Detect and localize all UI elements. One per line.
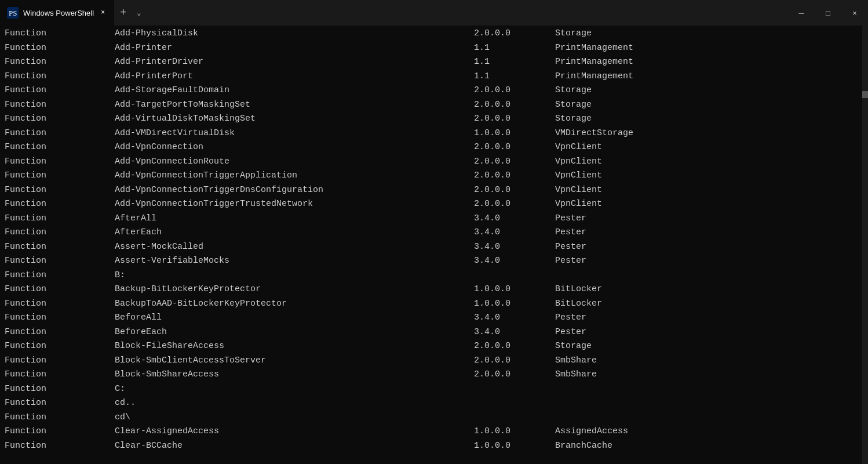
cell-type: Function	[5, 425, 115, 439]
active-tab[interactable]: PS Windows PowerShell ×	[0, 0, 114, 26]
table-row: FunctionAdd-Printer1.1PrintManagement	[5, 41, 863, 56]
cell-type: Function	[5, 325, 115, 340]
cell-type: Function	[5, 212, 115, 226]
table-row: FunctionAdd-PrinterPort1.1PrintManagemen…	[5, 70, 863, 84]
cell-version: 2.0.0.0	[474, 155, 555, 169]
cell-type: Function	[5, 98, 115, 113]
cell-type: Function	[5, 226, 115, 240]
table-row: FunctionBackupToAAD-BitLockerKeyProtecto…	[5, 297, 863, 311]
table-row: FunctionBeforeAll3.4.0Pester	[5, 311, 863, 325]
cell-module: PrintManagement	[555, 41, 633, 56]
table-row: FunctionAssert-MockCalled3.4.0Pester	[5, 240, 863, 255]
cell-module: BitLocker	[555, 297, 602, 311]
cell-module: Pester	[555, 212, 586, 226]
cell-name: cd\	[115, 411, 474, 425]
tab-dropdown-button[interactable]: ⌄	[132, 0, 145, 26]
scrollbar[interactable]	[862, 26, 868, 464]
table-row: FunctionBlock-SmbShareAccess2.0.0.0SmbSh…	[5, 368, 863, 382]
cell-name: Add-VpnConnectionTriggerDnsConfiguration	[115, 183, 474, 198]
cell-type: Function	[5, 368, 115, 382]
table-row: FunctionAfterEach3.4.0Pester	[5, 226, 863, 240]
cell-type: Function	[5, 84, 115, 98]
cell-name: Add-StorageFaultDomain	[115, 84, 474, 98]
cell-name: Add-PrinterDriver	[115, 55, 474, 70]
cell-module: PrintManagement	[555, 55, 633, 70]
cell-name: BeforeEach	[115, 325, 474, 340]
table-row: FunctionBlock-SmbClientAccessToServer2.0…	[5, 354, 863, 368]
cell-version: 3.4.0	[474, 311, 555, 325]
svg-text:PS: PS	[9, 9, 17, 17]
cell-version	[474, 382, 555, 397]
cell-version: 3.4.0	[474, 254, 555, 269]
cell-version	[474, 396, 555, 411]
maximize-button[interactable]: □	[815, 0, 841, 26]
cell-type: Function	[5, 169, 115, 183]
cell-version: 2.0.0.0	[474, 27, 555, 41]
cell-name: C:	[115, 382, 474, 397]
cell-version: 3.4.0	[474, 226, 555, 240]
table-row: FunctionAdd-VirtualDiskToMaskingSet2.0.0…	[5, 112, 863, 126]
table-row: FunctionAdd-VMDirectVirtualDisk1.0.0.0VM…	[5, 126, 863, 141]
cell-name: Add-VirtualDiskToMaskingSet	[115, 112, 474, 126]
cell-module: Storage	[555, 339, 592, 354]
minimize-button[interactable]: ─	[788, 0, 815, 26]
table-row: FunctionAdd-VpnConnectionTriggerApplicat…	[5, 169, 863, 183]
cell-name: B:	[115, 269, 474, 283]
cell-version: 2.0.0.0	[474, 140, 555, 155]
titlebar-controls: ─ □ ×	[788, 0, 868, 26]
table-row: FunctionC:	[5, 382, 863, 397]
cell-module: PrintManagement	[555, 70, 633, 84]
cell-version: 2.0.0.0	[474, 183, 555, 198]
cell-version: 2.0.0.0	[474, 169, 555, 183]
cell-name: Block-SmbClientAccessToServer	[115, 354, 474, 368]
cell-module: Storage	[555, 84, 592, 98]
cell-name: Block-FileShareAccess	[115, 339, 474, 354]
table-row: FunctionAdd-StorageFaultDomain2.0.0.0Sto…	[5, 84, 863, 98]
close-button[interactable]: ×	[841, 0, 868, 26]
cell-module: VMDirectStorage	[555, 126, 633, 141]
table-row: FunctionAfterAll3.4.0Pester	[5, 212, 863, 226]
cell-module: VpnClient	[555, 140, 602, 155]
cell-type: Function	[5, 254, 115, 269]
cell-name: Add-PhysicalDisk	[115, 27, 474, 41]
cell-type: Function	[5, 155, 115, 169]
table-row: FunctionAdd-PrinterDriver1.1PrintManagem…	[5, 55, 863, 70]
cell-version	[474, 269, 555, 283]
cell-type: Function	[5, 269, 115, 283]
cell-name: Backup-BitLockerKeyProtector	[115, 282, 474, 297]
cell-type: Function	[5, 140, 115, 155]
cell-type: Function	[5, 411, 115, 425]
cell-module: VpnClient	[555, 183, 602, 198]
cell-name: BeforeAll	[115, 311, 474, 325]
cell-version: 1.0.0.0	[474, 425, 555, 439]
cell-type: Function	[5, 439, 115, 454]
cell-module: BranchCache	[555, 439, 612, 454]
cell-module: AssignedAccess	[555, 425, 628, 439]
cell-type: Function	[5, 382, 115, 397]
cell-module: Pester	[555, 311, 586, 325]
cell-name: Add-TargetPortToMaskingSet	[115, 98, 474, 113]
cell-name: Assert-VerifiableMocks	[115, 254, 474, 269]
cell-module: BitLocker	[555, 282, 602, 297]
cell-type: Function	[5, 183, 115, 198]
cell-module: Pester	[555, 254, 586, 269]
cell-version: 1.1	[474, 41, 555, 56]
cell-type: Function	[5, 240, 115, 255]
scrollbar-thumb[interactable]	[862, 91, 868, 98]
cell-type: Function	[5, 70, 115, 84]
cell-version: 3.4.0	[474, 325, 555, 340]
cell-version	[474, 411, 555, 425]
cell-module: VpnClient	[555, 155, 602, 169]
cell-version: 2.0.0.0	[474, 197, 555, 212]
cell-type: Function	[5, 282, 115, 297]
table-row: Functioncd..	[5, 396, 863, 411]
cell-name: Block-SmbShareAccess	[115, 368, 474, 382]
tab-close-button[interactable]: ×	[99, 8, 107, 18]
new-tab-button[interactable]: +	[114, 0, 132, 26]
cell-module: SmbShare	[555, 354, 597, 368]
cell-module: SmbShare	[555, 368, 597, 382]
terminal-output: FunctionAdd-PhysicalDisk2.0.0.0StorageFu…	[0, 26, 868, 464]
cell-version: 1.0.0.0	[474, 282, 555, 297]
cell-name: cd..	[115, 396, 474, 411]
titlebar: PS Windows PowerShell × + ⌄ ─ □ ×	[0, 0, 868, 26]
